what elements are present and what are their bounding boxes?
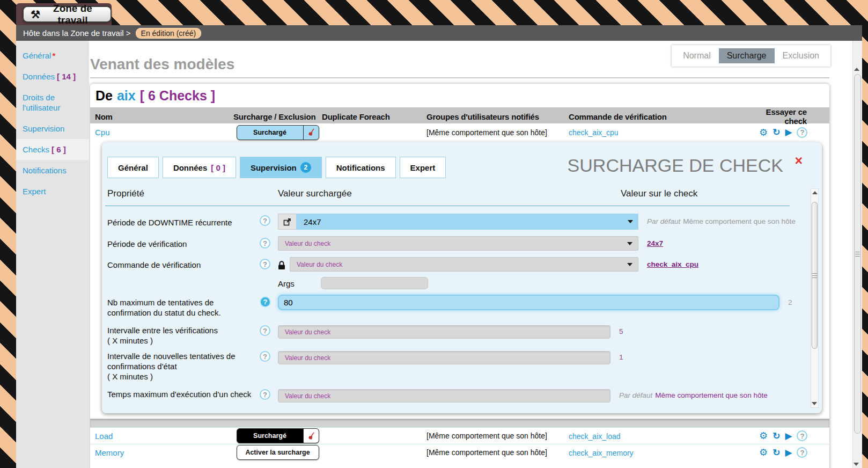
main-content: Normal Surcharge Exclusion Venant des mo… xyxy=(89,41,852,468)
check-period-select[interactable]: Valeur du check xyxy=(278,236,638,251)
play-check-icon[interactable]: ▶ xyxy=(785,448,792,457)
panel-tabs: Général Données [ 0 ] Supervision 2 Noti… xyxy=(107,157,446,178)
check-row-memory: Memory Activer la surcharge [Même compor… xyxy=(90,444,829,460)
toggle-normal-button[interactable]: Normal xyxy=(675,48,719,63)
scrollbar-grip-icon xyxy=(812,273,817,278)
check-command-link[interactable]: check_aix_memory xyxy=(569,449,634,457)
sidebar-item-expert[interactable]: Expert xyxy=(16,181,89,202)
checks-table-header: Nom Surcharge / Exclusion Duplicate Fore… xyxy=(90,107,829,123)
open-timeperiod-button[interactable] xyxy=(278,214,296,230)
help-icon[interactable]: ? xyxy=(260,215,270,226)
help-icon-active[interactable]: ? xyxy=(260,296,271,308)
tab-general[interactable]: Général xyxy=(107,157,159,178)
command-link[interactable]: check_aix_cpu xyxy=(647,260,698,268)
args-input[interactable] xyxy=(321,277,428,289)
sidebar-item-general[interactable]: Général* xyxy=(16,45,89,66)
surcharge-button-label: Surchargé xyxy=(237,126,303,140)
sidebar-item-label: Droits de l'utilisateur xyxy=(23,93,60,112)
chevron-down-icon xyxy=(628,220,633,223)
check-name-link[interactable]: Cpu xyxy=(95,128,110,137)
sidebar-item-donnees[interactable]: Données[ 14 ] xyxy=(16,66,89,87)
help-icon[interactable]: ? xyxy=(260,389,270,400)
sidebar-item-supervision[interactable]: Supervision xyxy=(16,118,89,139)
check-command-link[interactable]: check_aix_load xyxy=(569,432,621,441)
page-scrollbar-thumb[interactable] xyxy=(854,74,861,434)
check-value: 5 xyxy=(619,325,623,335)
check-interval-input[interactable] xyxy=(278,325,610,339)
max-exec-time-input[interactable] xyxy=(278,389,610,403)
help-icon[interactable]: ? xyxy=(260,238,270,248)
play-check-icon[interactable]: ▶ xyxy=(785,432,792,441)
scroll-down-arrow-icon[interactable] xyxy=(812,402,817,405)
column-overridden-value: Valeur surchargée xyxy=(278,188,352,199)
run-check-gear-icon[interactable]: ⚙ xyxy=(759,431,768,441)
refresh-check-icon[interactable]: ↻ xyxy=(773,432,780,441)
form-divider xyxy=(105,206,790,206)
scroll-up-arrow-icon[interactable] xyxy=(854,68,859,71)
toggle-surcharge-button[interactable]: Surcharge xyxy=(719,48,775,63)
tab-expert[interactable]: Expert xyxy=(400,157,446,178)
check-name-link[interactable]: Memory xyxy=(95,448,124,457)
selected-value: Valeur du check xyxy=(285,240,330,247)
edition-status-badge: En édition (créé) xyxy=(136,28,202,39)
scroll-down-arrow-icon[interactable] xyxy=(854,463,859,466)
retry-interval-input[interactable] xyxy=(278,351,610,364)
workzone-button-label: Zone de travail xyxy=(42,3,104,26)
help-icon[interactable]: ? xyxy=(260,259,270,269)
surcharge-toggle-button[interactable]: Surchargé xyxy=(237,125,319,140)
tab-label: Expert xyxy=(410,163,436,172)
panel-scrollbar-thumb[interactable] xyxy=(812,202,818,349)
help-icon[interactable]: ? xyxy=(260,325,270,336)
tab-supervision[interactable]: Supervision 2 xyxy=(240,157,322,178)
refresh-check-icon[interactable]: ↻ xyxy=(773,448,780,457)
clear-surcharge-broom-icon[interactable] xyxy=(303,429,319,443)
tab-donnees[interactable]: Données [ 0 ] xyxy=(163,157,236,178)
check-value: Par défautMême comportement que son hôte xyxy=(647,214,796,225)
field-label: Période de DOWNTIME récurrente xyxy=(107,214,260,228)
selected-value: Valeur du check xyxy=(297,261,342,268)
surcharge-toggle-button[interactable]: Surchargé xyxy=(237,428,319,443)
lock-icon xyxy=(278,261,285,270)
play-check-icon[interactable]: ▶ xyxy=(785,128,792,137)
tab-notifications[interactable]: Notifications xyxy=(326,157,396,178)
form-row-retry-interval: Intervalle de nouvelles tentatives de co… xyxy=(107,351,790,382)
help-icon[interactable]: ? xyxy=(797,430,807,441)
workzone-button[interactable]: ⚒ Zone de travail xyxy=(23,6,112,23)
page-scrollbar[interactable] xyxy=(852,41,862,468)
form-row-downtime: Période de DOWNTIME récurrente ? 24x7 xyxy=(107,214,790,230)
activate-surcharge-button[interactable]: Activer la surcharge xyxy=(237,445,319,460)
timeperiod-link[interactable]: 24x7 xyxy=(647,239,663,247)
sidebar-item-droits[interactable]: Droits de l'utilisateur xyxy=(16,87,89,118)
selected-value: 24x7 xyxy=(304,217,321,226)
tab-label: Supervision xyxy=(251,163,297,172)
close-icon[interactable]: × xyxy=(795,154,803,167)
col-commande: Commande de vérification xyxy=(569,112,759,121)
chevron-down-icon xyxy=(627,242,632,245)
field-label: Intervalle entre les vérifications ( X m… xyxy=(107,325,260,346)
help-icon[interactable]: ? xyxy=(260,351,270,362)
panel-scrollbar[interactable] xyxy=(811,188,819,408)
chevron-down-icon xyxy=(627,263,632,266)
check-value: check_aix_cpu xyxy=(647,257,698,268)
sidebar-item-checks[interactable]: Checks[ 6 ] xyxy=(16,139,89,160)
check-name-link[interactable]: Load xyxy=(95,432,113,441)
run-check-gear-icon[interactable]: ⚙ xyxy=(759,448,768,457)
refresh-check-icon[interactable]: ↻ xyxy=(773,128,780,137)
tab-label: Données xyxy=(173,163,207,172)
downtime-period-select[interactable]: 24x7 xyxy=(296,214,638,230)
form-row-args: Args xyxy=(107,277,790,289)
run-check-gear-icon[interactable]: ⚙ xyxy=(759,128,768,137)
help-icon[interactable]: ? xyxy=(797,127,807,138)
toggle-exclusion-button[interactable]: Exclusion xyxy=(775,48,827,63)
column-check-value: Valeur sur le check xyxy=(621,188,697,199)
check-command-select[interactable]: Valeur du check xyxy=(290,257,638,272)
template-checks-card: De aix [ 6 Checks ] Nom Surcharge / Excl… xyxy=(90,84,829,468)
check-command-link[interactable]: check_aix_cpu xyxy=(569,128,619,137)
sidebar-item-notifications[interactable]: Notifications xyxy=(16,160,89,181)
clear-surcharge-broom-icon[interactable] xyxy=(303,126,319,140)
help-icon[interactable]: ? xyxy=(797,447,807,458)
check-value: 24x7 xyxy=(647,236,663,247)
form-row-max-attempts: Nb maximum de tentatives de confirmation… xyxy=(107,295,790,318)
scroll-up-arrow-icon[interactable] xyxy=(812,191,818,194)
max-attempts-input[interactable] xyxy=(278,295,779,310)
